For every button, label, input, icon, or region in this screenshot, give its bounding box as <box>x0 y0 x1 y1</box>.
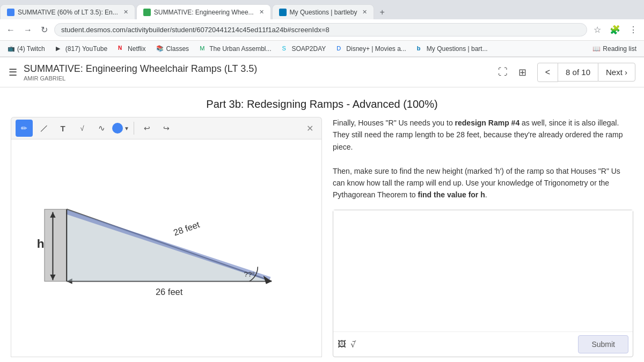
drawing-area: ✏ — T √ ∿ ▼ ↩ ↪ ✕ h <box>11 117 322 357</box>
tab-label-summative: SUMMATIVE (60% of LT 3.5): En... <box>18 9 118 16</box>
netflix-icon: N <box>118 45 126 53</box>
bookmark-twitch[interactable]: 📺 (4) Twitch <box>4 44 48 54</box>
disney-icon: D <box>336 45 344 53</box>
forward-button[interactable]: → <box>21 23 34 37</box>
canvas-area[interactable]: h 26 feet <box>11 139 322 357</box>
app-title-area: SUMMATIVE: Engineering Wheelchair Ramps … <box>24 63 496 82</box>
undo-button[interactable]: ↩ <box>138 120 156 137</box>
pencil-tool[interactable]: ✏ <box>16 120 33 137</box>
bookmark-netflix-label: Netflix <box>128 45 145 53</box>
svg-rect-0 <box>45 209 67 281</box>
header-icons: ⛶ ⊞ <box>496 64 529 80</box>
app-subtitle: AMIR GABRIEL <box>24 75 496 82</box>
clear-button[interactable]: ✕ <box>302 121 317 136</box>
youtube-icon: ▶ <box>56 45 63 53</box>
bookmark-disney[interactable]: D Disney+ | Movies a... <box>333 44 409 54</box>
svg-text:26 feet: 26 feet <box>156 287 183 297</box>
color-swatch <box>112 123 123 134</box>
prev-button[interactable]: < <box>537 63 558 82</box>
drawing-toolbar: ✏ — T √ ∿ ▼ ↩ ↪ ✕ <box>11 117 322 139</box>
soap2day-icon: S <box>282 45 290 53</box>
classes-icon: 📚 <box>156 45 164 53</box>
reload-button[interactable]: ↻ <box>39 23 50 37</box>
bookmarks-bar: 📺 (4) Twitch ▶ (817) YouTube N Netflix 📚… <box>0 41 644 57</box>
answer-input[interactable] <box>333 210 633 331</box>
main-content: Part 3b: Redesigning Ramps - Advanced (1… <box>0 87 644 362</box>
answer-toolbar: 🖼 √̄ Submit <box>333 331 633 357</box>
tab-label-engineering: SUMMATIVE: Engineering Whee... <box>154 9 254 16</box>
question-body: ✏ — T √ ∿ ▼ ↩ ↪ ✕ h <box>0 117 644 362</box>
extension-button[interactable]: 🧩 <box>608 23 623 37</box>
tab-close-bartleby[interactable]: ✕ <box>362 9 367 16</box>
bookmark-classes[interactable]: 📚 Classes <box>153 44 192 54</box>
bookmark-soap2day[interactable]: S SOAP2DAY <box>279 44 330 54</box>
svg-text:h: h <box>37 237 45 251</box>
bookmark-bartleby-label: My Questions | bart... <box>427 45 488 53</box>
color-dropdown[interactable]: ▼ <box>112 123 129 134</box>
submit-button[interactable]: Submit <box>578 335 628 353</box>
urban-icon: M <box>200 45 207 53</box>
tab-close-engineering[interactable]: ✕ <box>259 9 264 16</box>
fullscreen-icon: ⛶ <box>498 67 508 77</box>
color-chevron: ▼ <box>124 125 129 131</box>
reading-list-icon: 📖 <box>592 45 601 53</box>
redo-button[interactable]: ↪ <box>158 120 175 137</box>
pagination-area: < 8 of 10 Next › <box>537 63 635 82</box>
app-title: SUMMATIVE: Engineering Wheelchair Ramps … <box>24 63 496 75</box>
tab-favicon-engineering <box>143 9 151 16</box>
bookmark-youtube-label: (817) YouTube <box>65 45 107 53</box>
image-tool-button[interactable]: 🖼 <box>338 339 346 349</box>
tab-favicon-summative <box>7 9 14 16</box>
page-count: 8 of 10 <box>558 63 598 82</box>
answer-area: Finally, Houses "R" Us needs you to rede… <box>333 117 633 357</box>
bartleby-icon: b <box>417 45 425 53</box>
toolbar-separator <box>134 122 134 135</box>
bookmark-youtube[interactable]: ▶ (817) YouTube <box>53 44 111 54</box>
nav-bar: ← → ↻ ☆ 🧩 ⋮ <box>0 19 644 41</box>
hamburger-menu[interactable]: ☰ <box>9 67 17 78</box>
bookmark-twitch-label: (4) Twitch <box>17 45 45 53</box>
text-tool[interactable]: T <box>54 120 71 137</box>
bookmark-bartleby[interactable]: b My Questions | bart... <box>414 44 491 54</box>
app-header: ☰ SUMMATIVE: Engineering Wheelchair Ramp… <box>0 57 644 87</box>
new-tab-button[interactable]: + <box>375 5 389 19</box>
problem-text-1: Finally, Houses "R" Us needs you to rede… <box>333 117 633 201</box>
bookmark-urban[interactable]: M The Urban Assembl... <box>196 44 274 54</box>
tab-bartleby[interactable]: My Questions | bartleby ✕ <box>272 4 375 19</box>
reading-list-label: Reading list <box>603 45 636 53</box>
diagram-svg: h 26 feet <box>11 139 321 357</box>
fullscreen-button[interactable]: ⛶ <box>496 64 510 80</box>
next-label: Next › <box>606 68 627 77</box>
grid-icon: ⊞ <box>518 67 526 78</box>
menu-button[interactable]: ⋮ <box>627 23 640 37</box>
tab-summative[interactable]: SUMMATIVE (60% of LT 3.5): En... ✕ <box>0 4 135 19</box>
next-button[interactable]: Next › <box>598 63 635 82</box>
curve-tool[interactable]: ∿ <box>93 120 110 137</box>
sqrt-tool[interactable]: √ <box>74 120 91 137</box>
answer-box: 🖼 √̄ Submit <box>333 210 633 357</box>
tab-close-summative[interactable]: ✕ <box>123 9 128 16</box>
back-button[interactable]: ← <box>4 23 17 37</box>
math-tool-button[interactable]: √̄ <box>350 339 356 350</box>
bookmark-button[interactable]: ☆ <box>591 23 603 37</box>
bookmark-disney-label: Disney+ | Movies a... <box>346 45 406 53</box>
bookmark-soap2day-label: SOAP2DAY <box>292 45 326 53</box>
line-tool[interactable]: — <box>31 116 55 140</box>
grid-view-button[interactable]: ⊞ <box>516 64 529 80</box>
question-title: Part 3b: Redesigning Ramps - Advanced (1… <box>0 87 644 117</box>
reading-list-button[interactable]: 📖 Reading list <box>589 44 640 54</box>
address-bar[interactable] <box>54 23 587 36</box>
tab-favicon-bartleby <box>279 9 287 16</box>
twitch-icon: 📺 <box>8 45 15 53</box>
bookmark-netflix[interactable]: N Netflix <box>115 44 149 54</box>
tab-engineering[interactable]: SUMMATIVE: Engineering Whee... ✕ <box>136 4 271 19</box>
bookmark-classes-label: Classes <box>166 45 189 53</box>
tab-bar: SUMMATIVE (60% of LT 3.5): En... ✕ SUMMA… <box>0 0 644 19</box>
tab-label-bartleby: My Questions | bartleby <box>290 9 357 16</box>
bookmark-urban-label: The Urban Assembl... <box>209 45 271 53</box>
svg-text:28 feet: 28 feet <box>172 219 201 238</box>
svg-text:??°: ??° <box>244 270 255 278</box>
